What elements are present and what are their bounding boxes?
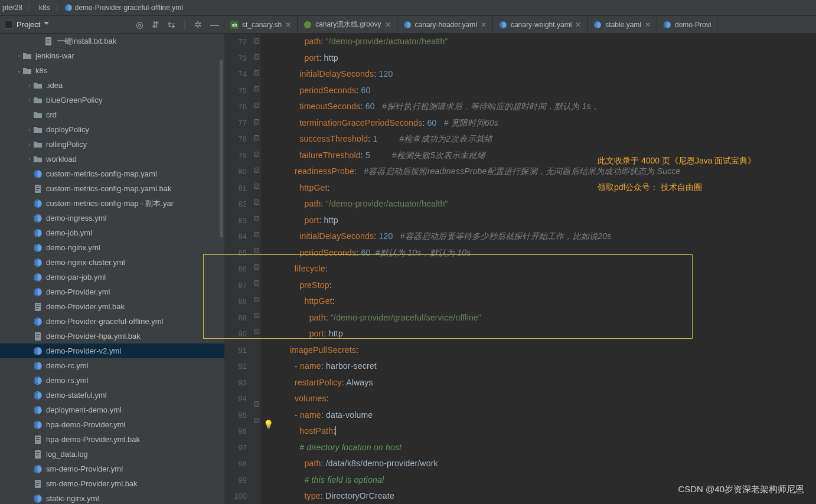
code-line[interactable]: lifecycle: — [266, 261, 681, 277]
tree-item[interactable]: custom-metrics-config-map.yaml.bak — [0, 181, 224, 196]
tree-item[interactable]: demo-Provider-v2.yml — [0, 343, 224, 358]
fold-marker[interactable] — [254, 199, 259, 205]
fold-marker[interactable] — [254, 54, 259, 60]
tree-item[interactable]: demo-stateful.yml — [0, 388, 224, 402]
code-line[interactable]: restartPolicy: Always — [266, 375, 681, 391]
expand-toggle[interactable]: › — [26, 126, 33, 133]
fold-marker[interactable] — [254, 184, 259, 189]
close-icon[interactable]: ✕ — [575, 21, 581, 29]
close-icon[interactable]: ✕ — [385, 21, 391, 29]
target-icon[interactable]: ◎ — [136, 19, 143, 30]
fold-marker[interactable] — [254, 168, 259, 173]
code-line[interactable]: successThreshold: 1 #检查成功为2次表示就绪 — [266, 131, 681, 148]
gear-icon[interactable]: ✲ — [194, 19, 202, 30]
tree-item[interactable]: ›blueGreenPolicy — [0, 93, 224, 107]
fold-marker[interactable] — [254, 329, 259, 334]
code-line[interactable]: httpGet: — [266, 293, 681, 310]
code-line[interactable]: hostPath: — [266, 423, 681, 440]
editor-tab[interactable]: canary-header.yaml✕ — [397, 16, 493, 33]
fold-marker[interactable] — [254, 280, 259, 286]
tree-item[interactable]: 一键install.txt.bak — [0, 34, 224, 48]
tree-item[interactable]: static-nginx.yml — [0, 491, 224, 504]
scrollbar[interactable] — [218, 34, 224, 504]
fold-marker[interactable] — [254, 216, 259, 221]
editor-tab[interactable]: canary-weight.yaml✕ — [493, 16, 587, 33]
close-icon[interactable]: ✕ — [481, 21, 487, 29]
code-line[interactable]: imagePullSecrets: — [266, 342, 681, 359]
fold-marker[interactable] — [254, 401, 259, 407]
expand-toggle[interactable]: › — [26, 97, 33, 103]
code-line[interactable]: preStop: — [266, 277, 681, 294]
code-line[interactable]: - name: data-volume — [266, 407, 681, 424]
code-area[interactable]: path: "/demo-provider/actuator/health" p… — [266, 34, 681, 504]
tree-item[interactable]: demo-Provider.yml — [0, 284, 224, 299]
editor-tab[interactable]: canary流水线.groovy✕ — [298, 16, 397, 33]
tree-item[interactable]: demo-Provider-graceful-offline.yml — [0, 314, 224, 329]
tree-item[interactable]: hpa-demo-Provider.yml — [0, 417, 224, 432]
fold-marker[interactable] — [254, 264, 259, 270]
tree-item[interactable]: demo-Provider-hpa.yml.bak — [0, 329, 224, 343]
fold-marker[interactable] — [254, 297, 259, 302]
fold-marker[interactable] — [254, 248, 259, 253]
tree-item[interactable]: log_data.log — [0, 447, 224, 462]
crumb-seg[interactable]: pter28 — [0, 4, 25, 12]
collapse-icon[interactable]: ⇆ — [168, 19, 175, 30]
close-icon[interactable]: ✕ — [285, 21, 291, 29]
crumb-seg[interactable]: k8s — [37, 4, 53, 12]
code-line[interactable]: path: "/demo-provider/actuator/health" — [266, 196, 681, 212]
fold-marker[interactable] — [254, 313, 259, 318]
code-line[interactable]: path: "/demo-provider/actuator/health" — [266, 34, 681, 50]
tree-item[interactable]: demo-par-job.yml — [0, 270, 224, 284]
expand-toggle[interactable]: › — [26, 82, 33, 89]
code-line[interactable]: port: http — [266, 326, 681, 342]
expand-toggle[interactable]: ⌄ — [15, 67, 22, 74]
tree-item[interactable]: ›rollingPolicy — [0, 137, 224, 152]
tree-item[interactable]: demo-rc.yml — [0, 358, 224, 373]
code-line[interactable]: initialDelaySeconds: 120 #容器启动后要等待多少秒后就探… — [266, 228, 681, 245]
hide-icon[interactable]: — — [210, 19, 219, 30]
tree-item[interactable]: crd — [0, 107, 224, 122]
project-tool-window-header[interactable]: Project ◎ ⇵ ⇆ | ✲ — — [0, 19, 224, 30]
code-line[interactable]: port: http — [266, 50, 681, 67]
code-line[interactable]: timeoutSeconds: 60 #探针执行检测请求后，等待响应的超时时间，… — [266, 99, 681, 115]
fold-marker[interactable] — [254, 86, 259, 91]
code-line[interactable]: # this field is optional — [266, 472, 681, 489]
tree-item[interactable]: ⌄k8s — [0, 63, 224, 78]
project-tree[interactable]: 一键install.txt.bak›jenkins-war⌄k8s›.idea›… — [0, 34, 224, 504]
code-line[interactable]: port: http — [266, 212, 681, 229]
expand-toggle[interactable]: › — [15, 53, 22, 59]
code-line[interactable]: periodSeconds: 60 #默认为 10s，默认为 10s — [266, 245, 681, 261]
tree-item[interactable]: demo-Provider.yml.bak — [0, 299, 224, 314]
tree-item[interactable]: demo-rs.yml — [0, 373, 224, 388]
tree-item[interactable]: custom-metrics-config-map - 副本.yar — [0, 196, 224, 211]
tree-item[interactable]: demo-nginx.yml — [0, 240, 224, 255]
editor-tab[interactable]: demo-Provi — [657, 16, 717, 33]
tree-item[interactable]: demo-job.yml — [0, 225, 224, 240]
fold-marker[interactable] — [254, 103, 259, 108]
tree-item[interactable]: sm-demo-Provider.yml — [0, 462, 224, 476]
expand-toggle[interactable]: › — [26, 141, 33, 148]
code-line[interactable]: type: DirectoryOrCreate — [266, 488, 681, 504]
code-line[interactable]: periodSeconds: 60 — [266, 83, 681, 99]
code-line[interactable]: path: /data/k8s/demo-provider/work — [266, 456, 681, 472]
crumb-seg[interactable]: demo-Provider-graceful-offline.yml — [73, 4, 185, 12]
tree-item[interactable]: sm-demo-Provider.yml.bak — [0, 476, 224, 491]
tree-item[interactable]: ›deployPolicy — [0, 122, 224, 137]
code-line[interactable]: volumes: — [266, 391, 681, 407]
code-line[interactable]: terminationGracePeriodSeconds: 60 # 宽限时间… — [266, 115, 681, 132]
tree-item[interactable]: deployment-demo.yml — [0, 402, 224, 417]
editor[interactable]: 7273747576777879808182838485868788899091… — [224, 34, 816, 504]
tree-item[interactable]: demo-ingress.yml — [0, 211, 224, 225]
editor-tab[interactable]: st_canary.sh✕ — [224, 16, 298, 33]
fold-marker[interactable] — [254, 232, 259, 237]
code-line[interactable]: # directory location on host — [266, 440, 681, 456]
tree-item[interactable]: demo-nginx-cluster.yml — [0, 255, 224, 270]
fold-marker[interactable] — [254, 135, 259, 140]
fold-marker[interactable] — [254, 152, 259, 157]
tree-item[interactable]: ›workload — [0, 152, 224, 166]
tree-item[interactable]: ›.idea — [0, 78, 224, 93]
tree-item[interactable]: hpa-demo-Provider.yml.bak — [0, 432, 224, 447]
tree-item[interactable]: custom-metrics-config-map.yaml — [0, 166, 224, 181]
fold-marker[interactable] — [254, 418, 259, 423]
tree-item[interactable]: ›jenkins-war — [0, 48, 224, 63]
